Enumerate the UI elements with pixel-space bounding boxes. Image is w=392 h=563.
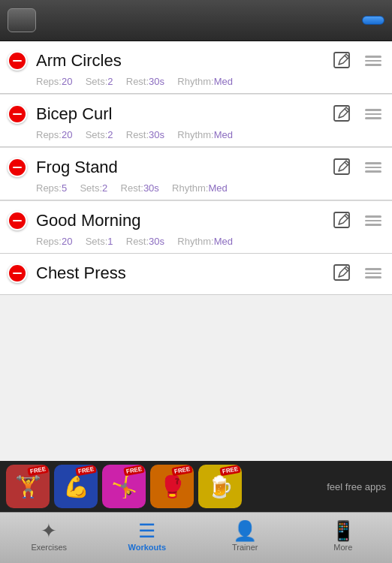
exercise-actions [330, 155, 384, 179]
edit-exercise-button[interactable] [330, 49, 354, 73]
exercise-meta: Reps: 5 Sets: 2 Rest: 30s Rhythm: Med [8, 182, 384, 194]
exercises-tab-icon: ✦ [41, 521, 57, 540]
exercise-row: Frog Stand [8, 155, 384, 179]
exercise-item: Bicep Curl Reps: 20 [0, 94, 392, 147]
remove-exercise-button[interactable] [8, 263, 27, 283]
remove-exercise-button[interactable] [8, 104, 27, 124]
edit-exercise-button[interactable] [330, 209, 354, 233]
rest-label: Rest: [126, 129, 149, 140]
more-tab-icon: 📱 [331, 521, 355, 540]
exercise-meta: Reps: 20 Sets: 1 Rest: 30s Rhythm: Med [8, 236, 384, 247]
exercise-name: Frog Stand [36, 158, 118, 177]
reps-label: Reps: [36, 129, 62, 140]
exercise-meta: Reps: 20 Sets: 2 Rest: 30s Rhythm: Med [8, 76, 384, 87]
ad-banner: 🏋️ FREE 💪 FREE 🤸 FREE 🥊 FREE 🍺 FREE feel… [0, 461, 392, 512]
sets-value: 2 [107, 129, 118, 140]
workouts-tab-label: Workouts [128, 543, 166, 552]
exercise-left: Good Morning [8, 211, 330, 230]
ad-app-icon[interactable]: 💪 FREE [54, 465, 98, 508]
header [0, 0, 392, 41]
add-exercise-button[interactable] [8, 8, 36, 32]
trainer-tab-label: Trainer [232, 543, 258, 552]
reps-value: 20 [62, 236, 78, 247]
reorder-handle[interactable] [362, 265, 384, 282]
rest-value: 30s [149, 236, 170, 247]
reorder-handle[interactable] [362, 106, 384, 122]
exercise-row: Good Morning [8, 209, 384, 233]
reps-value: 5 [62, 182, 72, 194]
sets-value: 1 [107, 236, 118, 247]
main-content: Arm Circles Reps: 20 [0, 41, 392, 512]
ad-brand: feel free apps [327, 481, 386, 492]
rest-value: 30s [149, 129, 170, 140]
exercise-item: Chest Press [0, 254, 392, 295]
rhythm-value: Med [208, 182, 227, 194]
exercise-left: Chest Press [8, 263, 330, 283]
rhythm-value: Med [214, 129, 233, 140]
exercise-name: Chest Press [36, 263, 126, 283]
rest-label: Rest: [126, 236, 149, 247]
edit-exercise-button[interactable] [330, 261, 354, 285]
exercise-name: Bicep Curl [36, 104, 112, 124]
reps-label: Reps: [36, 182, 62, 194]
rest-label: Rest: [121, 182, 143, 194]
rhythm-value: Med [214, 236, 233, 247]
reorder-handle[interactable] [362, 212, 384, 229]
rhythm-label: Rhythm: [177, 236, 213, 247]
exercise-item: Good Morning Reps: 20 [0, 200, 392, 254]
exercise-actions [330, 261, 384, 285]
exercise-left: Arm Circles [8, 51, 330, 71]
exercise-row: Bicep Curl [8, 102, 384, 126]
exercise-left: Frog Stand [8, 158, 330, 177]
more-tab-label: More [333, 543, 352, 552]
exercise-actions [330, 209, 384, 233]
exercise-item: Frog Stand Reps: 5 [0, 147, 392, 200]
exercise-row: Arm Circles [8, 49, 384, 73]
exercises-tab-label: Exercises [31, 543, 67, 552]
reps-label: Reps: [36, 76, 62, 87]
workouts-tab-icon: ☰ [138, 521, 155, 540]
exercise-row: Chest Press [8, 261, 384, 285]
trainer-tab-icon: 👤 [233, 521, 257, 540]
exercise-name: Good Morning [36, 211, 140, 230]
tab-exercises[interactable]: ✦ Exercises [0, 513, 98, 563]
ad-app-icon[interactable]: 🥊 FREE [150, 465, 194, 508]
exercise-name: Arm Circles [36, 51, 122, 71]
rest-label: Rest: [126, 76, 149, 87]
reps-value: 20 [62, 129, 78, 140]
tab-workouts[interactable]: ☰ Workouts [98, 513, 197, 563]
exercise-actions [330, 49, 384, 73]
exercise-item: Arm Circles Reps: 20 [0, 41, 392, 94]
reorder-handle[interactable] [362, 159, 384, 176]
exercise-actions [330, 102, 384, 126]
rest-value: 30s [143, 182, 164, 194]
exercise-meta: Reps: 20 Sets: 2 Rest: 30s Rhythm: Med [8, 129, 384, 140]
rhythm-value: Med [214, 76, 233, 87]
tab-trainer[interactable]: 👤 Trainer [196, 513, 294, 563]
sets-label: Sets: [86, 76, 108, 87]
ad-app-icon[interactable]: 🤸 FREE [102, 465, 146, 508]
rhythm-label: Rhythm: [177, 76, 213, 87]
sets-label: Sets: [80, 182, 102, 194]
reps-label: Reps: [36, 236, 62, 247]
tab-bar: ✦ Exercises ☰ Workouts 👤 Trainer 📱 More [0, 512, 392, 563]
reps-value: 20 [62, 76, 78, 87]
tab-more[interactable]: 📱 More [294, 513, 393, 563]
sets-value: 2 [102, 182, 113, 194]
edit-exercise-button[interactable] [330, 155, 354, 179]
exercise-list: Arm Circles Reps: 20 [0, 41, 392, 461]
done-button[interactable] [362, 16, 384, 25]
edit-exercise-button[interactable] [330, 102, 354, 126]
sets-label: Sets: [86, 129, 108, 140]
remove-exercise-button[interactable] [8, 51, 27, 71]
reorder-handle[interactable] [362, 53, 384, 69]
rest-value: 30s [149, 76, 170, 87]
sets-label: Sets: [86, 236, 108, 247]
ad-app-icon[interactable]: 🍺 FREE [198, 465, 242, 508]
sets-value: 2 [107, 76, 118, 87]
remove-exercise-button[interactable] [8, 158, 27, 177]
ad-app-icon[interactable]: 🏋️ FREE [6, 465, 50, 508]
rhythm-label: Rhythm: [177, 129, 213, 140]
rhythm-label: Rhythm: [172, 182, 208, 194]
remove-exercise-button[interactable] [8, 211, 27, 230]
